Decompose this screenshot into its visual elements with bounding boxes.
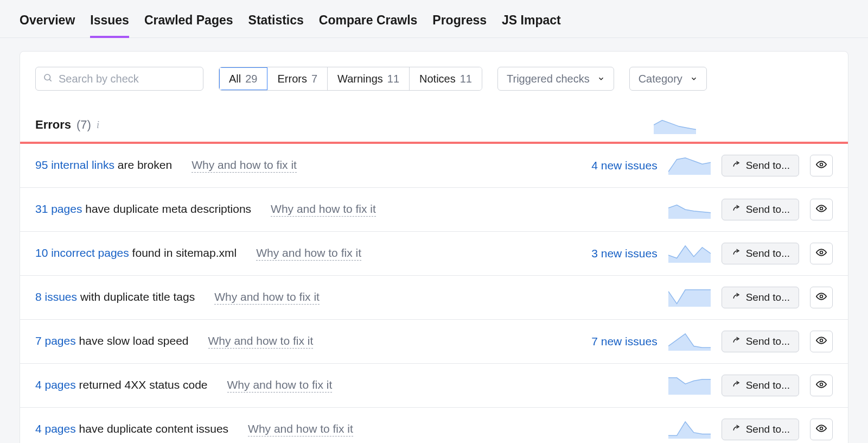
eye-icon bbox=[816, 291, 827, 304]
send-to-button[interactable]: Send to... bbox=[722, 375, 799, 396]
chevron-down-icon bbox=[690, 73, 698, 85]
view-button[interactable] bbox=[810, 331, 833, 352]
send-to-button[interactable]: Send to... bbox=[722, 331, 799, 352]
issue-main: 10 incorrect pages found in sitemap.xml bbox=[35, 246, 237, 260]
search-wrap bbox=[35, 67, 203, 91]
tab-overview[interactable]: Overview bbox=[20, 13, 75, 37]
filter-warnings-label: Warnings bbox=[337, 73, 383, 85]
why-and-how-link[interactable]: Why and how to fix it bbox=[256, 246, 361, 261]
filter-all-label: All bbox=[229, 73, 241, 85]
issue-desc: found in sitemap.xml bbox=[129, 246, 237, 259]
send-to-button[interactable]: Send to... bbox=[722, 419, 799, 440]
svg-point-2 bbox=[820, 163, 823, 166]
issue-row: 4 pages have duplicate content issuesWhy… bbox=[20, 408, 848, 443]
filter-notices-count: 11 bbox=[460, 73, 472, 85]
issue-main: 4 pages returned 4XX status code bbox=[35, 378, 208, 391]
filter-all-count: 29 bbox=[245, 73, 257, 85]
tab-statistics[interactable]: Statistics bbox=[248, 13, 304, 37]
filter-all[interactable]: All 29 bbox=[219, 67, 267, 90]
send-to-label: Send to... bbox=[746, 204, 790, 216]
tab-progress[interactable]: Progress bbox=[432, 13, 487, 37]
issue-text: 4 pages have duplicate content issuesWhy… bbox=[35, 422, 565, 436]
new-issues-link[interactable]: 7 new issues bbox=[576, 335, 658, 348]
filter-warnings-count: 11 bbox=[387, 73, 399, 85]
errors-section-header: Errors (7) i bbox=[20, 106, 848, 142]
tab-compare-crawls[interactable]: Compare Crawls bbox=[319, 13, 418, 37]
issue-link[interactable]: 31 pages bbox=[35, 202, 82, 215]
issue-desc: are broken bbox=[114, 159, 172, 171]
section-sparkline[interactable] bbox=[654, 116, 696, 134]
svg-point-8 bbox=[820, 427, 823, 430]
why-and-how-link[interactable]: Why and how to fix it bbox=[214, 290, 320, 305]
issue-sparkline[interactable] bbox=[668, 376, 711, 395]
view-button[interactable] bbox=[810, 287, 833, 308]
view-button[interactable] bbox=[810, 419, 833, 440]
issue-link[interactable]: 4 pages bbox=[35, 422, 76, 435]
eye-icon bbox=[816, 247, 827, 260]
send-to-button[interactable]: Send to... bbox=[722, 287, 799, 308]
category-dropdown[interactable]: Category bbox=[629, 67, 707, 91]
issue-main: 4 pages have duplicate content issues bbox=[35, 422, 228, 435]
filter-errors[interactable]: Errors 7 bbox=[267, 67, 328, 90]
send-to-button[interactable]: Send to... bbox=[722, 243, 799, 264]
view-button[interactable] bbox=[810, 375, 833, 396]
issue-sparkline[interactable] bbox=[668, 420, 711, 439]
issue-desc: returned 4XX status code bbox=[76, 378, 208, 391]
why-and-how-link[interactable]: Why and how to fix it bbox=[271, 202, 376, 217]
new-issues-link[interactable]: 4 new issues bbox=[576, 159, 658, 172]
send-to-label: Send to... bbox=[746, 423, 790, 435]
arrow-share-icon bbox=[731, 160, 741, 172]
filter-warnings[interactable]: Warnings 11 bbox=[328, 67, 410, 90]
view-button[interactable] bbox=[810, 199, 833, 220]
issue-row: 4 pages returned 4XX status codeWhy and … bbox=[20, 364, 848, 408]
eye-icon bbox=[816, 159, 827, 172]
issues-list: 95 internal links are brokenWhy and how … bbox=[20, 144, 848, 443]
svg-point-4 bbox=[820, 251, 823, 254]
issue-row: 7 pages have slow load speedWhy and how … bbox=[20, 320, 848, 364]
issue-link[interactable]: 8 issues bbox=[35, 290, 77, 303]
issue-text: 4 pages returned 4XX status codeWhy and … bbox=[35, 378, 565, 393]
send-to-button[interactable]: Send to... bbox=[722, 155, 799, 176]
tab-issues[interactable]: Issues bbox=[90, 13, 129, 37]
why-and-how-link[interactable]: Why and how to fix it bbox=[208, 334, 314, 349]
send-to-label: Send to... bbox=[746, 160, 790, 172]
issue-link[interactable]: 4 pages bbox=[35, 378, 76, 391]
issue-link[interactable]: 10 incorrect pages bbox=[35, 246, 129, 259]
send-to-button[interactable]: Send to... bbox=[722, 199, 799, 220]
why-and-how-link[interactable]: Why and how to fix it bbox=[192, 159, 297, 173]
arrow-share-icon bbox=[731, 423, 741, 436]
view-button[interactable] bbox=[810, 243, 833, 264]
issue-text: 8 issues with duplicate title tagsWhy an… bbox=[35, 290, 565, 305]
triggered-checks-dropdown[interactable]: Triggered checks bbox=[497, 67, 614, 91]
svg-point-5 bbox=[820, 295, 823, 298]
filters-row: All 29 Errors 7 Warnings 11 Notices 11 T… bbox=[20, 52, 848, 106]
top-nav: Overview Issues Crawled Pages Statistics… bbox=[0, 0, 868, 38]
why-and-how-link[interactable]: Why and how to fix it bbox=[227, 378, 333, 393]
filter-notices[interactable]: Notices 11 bbox=[410, 67, 482, 90]
eye-icon bbox=[816, 335, 827, 348]
issue-desc: have duplicate content issues bbox=[76, 422, 228, 435]
svg-point-6 bbox=[820, 339, 823, 342]
send-to-label: Send to... bbox=[746, 248, 790, 260]
issue-desc: have slow load speed bbox=[76, 334, 189, 347]
search-input[interactable] bbox=[35, 67, 203, 91]
why-and-how-link[interactable]: Why and how to fix it bbox=[248, 422, 353, 436]
issue-link[interactable]: 7 pages bbox=[35, 334, 76, 347]
info-icon[interactable]: i bbox=[97, 119, 99, 131]
tab-crawled-pages[interactable]: Crawled Pages bbox=[144, 13, 233, 37]
issue-sparkline[interactable] bbox=[668, 156, 711, 175]
issue-sparkline[interactable] bbox=[668, 244, 711, 263]
issue-link[interactable]: 95 internal links bbox=[35, 159, 114, 171]
eye-icon bbox=[816, 423, 827, 436]
tab-js-impact[interactable]: JS Impact bbox=[502, 13, 561, 37]
issue-sparkline[interactable] bbox=[668, 288, 711, 307]
issue-sparkline[interactable] bbox=[668, 332, 711, 351]
issue-text: 95 internal links are brokenWhy and how … bbox=[35, 159, 565, 173]
issue-sparkline[interactable] bbox=[668, 200, 711, 219]
issues-card: All 29 Errors 7 Warnings 11 Notices 11 T… bbox=[20, 51, 848, 443]
search-icon bbox=[43, 73, 53, 85]
chevron-down-icon bbox=[597, 73, 605, 85]
section-count: (7) bbox=[76, 118, 91, 132]
new-issues-link[interactable]: 3 new issues bbox=[576, 247, 658, 260]
view-button[interactable] bbox=[810, 155, 833, 176]
